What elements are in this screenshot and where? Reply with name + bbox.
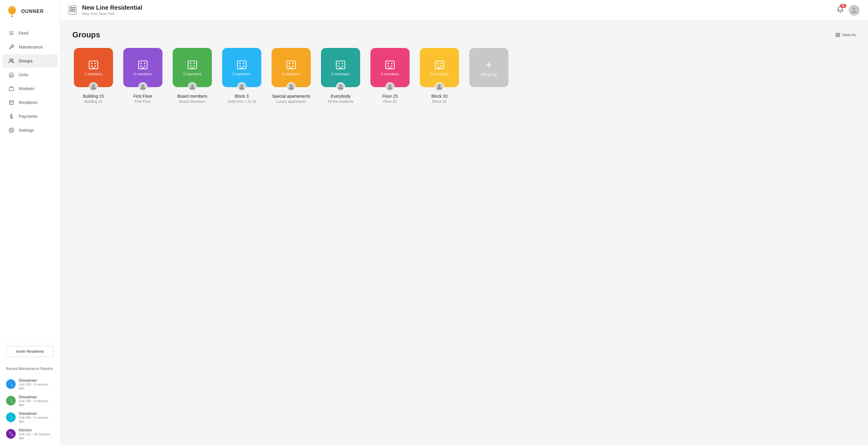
invite-residents-button[interactable]: Invite Residents: [6, 346, 54, 357]
add-group-plus-icon: +: [486, 59, 492, 70]
svg-rect-59: [338, 66, 340, 67]
groups-icon: [8, 58, 14, 64]
notification-button[interactable]: 66: [837, 6, 844, 15]
user-avatar[interactable]: [849, 5, 860, 16]
maintenance-avatar-1: 🔧: [6, 396, 16, 406]
svg-rect-71: [437, 63, 438, 64]
group-card-block33[interactable]: 0 members Block 33 Block 33: [418, 48, 461, 104]
svg-rect-64: [388, 63, 389, 64]
maintenance-avatar-3: 🔧: [6, 429, 16, 439]
group-card-specialapartments[interactable]: 0 members Special apartaments Luxury apa…: [270, 48, 312, 104]
group-members-6: 0 members: [381, 72, 399, 76]
group-avatar-2: [188, 82, 197, 91]
svg-rect-74: [441, 66, 442, 67]
svg-rect-57: [338, 63, 340, 64]
maintenance-sub-2: Unit 209 - 9 minutes ago: [19, 416, 54, 423]
sidebar-item-workers-label: Workers: [19, 86, 34, 91]
recent-maintenance-title: Recent Maintenance Reports: [0, 362, 60, 376]
svg-point-76: [438, 85, 440, 87]
svg-rect-22: [91, 63, 93, 64]
group-desc-0: Building 15: [84, 99, 102, 104]
svg-point-12: [11, 130, 12, 131]
maintenance-sub-3: Unit 101 - 40 minutes ago: [19, 432, 54, 440]
header: New Line Residential New York, New York …: [60, 0, 868, 21]
building-icon: [434, 59, 445, 70]
wrench-icon: [8, 44, 14, 50]
group-card-building15[interactable]: 1 members Building 15 Building 15: [72, 48, 115, 104]
building-icon: [384, 59, 396, 70]
maintenance-item-2[interactable]: 🔧 Diswahser Unit 209 - 9 minutes ago: [3, 409, 57, 425]
maintenance-item-1[interactable]: 🔧 Diswahser Unit 209 - 9 minutes ago: [3, 392, 57, 409]
view-as-button[interactable]: View As: [835, 33, 856, 37]
group-card-boardmembers[interactable]: 0 members Board members Board Members: [171, 48, 213, 104]
svg-rect-47: [241, 67, 243, 69]
sidebar-item-payments[interactable]: Payments: [2, 110, 58, 123]
settings-icon: [8, 127, 14, 133]
group-name-1: First Floor: [133, 94, 153, 98]
group-members-4: 0 members: [282, 72, 300, 76]
maintenance-sub-1: Unit 209 - 9 minutes ago: [19, 399, 54, 407]
logo-text: OUNNER: [21, 9, 44, 14]
sidebar-item-settings[interactable]: Settings: [2, 124, 58, 137]
svg-rect-17: [836, 33, 838, 35]
group-card-block3[interactable]: 0 members Block 3 Units from 1 to 18: [221, 48, 263, 104]
group-card-add[interactable]: + Add group: [468, 48, 510, 104]
group-desc-1: First Floor: [135, 99, 151, 104]
maintenance-title-1: Diswahser: [19, 395, 54, 399]
group-members-3: 0 members: [233, 72, 251, 76]
maintenance-info-2: Diswahser Unit 209 - 9 minutes ago: [19, 411, 54, 423]
svg-rect-61: [339, 67, 341, 69]
header-subtitle: New York, New York: [82, 12, 142, 16]
group-card-firstfloor[interactable]: 0 members First Floor First Floor: [122, 48, 164, 104]
sidebar-item-residents-label: Residents: [19, 100, 37, 105]
svg-rect-20: [838, 35, 840, 37]
group-avatar-6: [385, 82, 395, 91]
sidebar-logo: OUNNER: [0, 0, 60, 23]
group-avatar-1: [138, 82, 147, 91]
sidebar-item-payments-label: Payments: [19, 114, 37, 119]
sidebar-item-maintenance[interactable]: Maintenance: [2, 40, 58, 54]
maintenance-item-3[interactable]: 🔧 Kitchen Unit 101 - 40 minutes ago: [3, 425, 57, 442]
svg-rect-65: [391, 63, 393, 64]
group-members-2: 0 members: [183, 72, 201, 76]
maintenance-title-2: Diswahser: [19, 411, 54, 416]
svg-rect-50: [289, 63, 290, 64]
payments-icon: [8, 113, 14, 119]
group-card-floor25[interactable]: 0 members Floor 25 Floor 25: [369, 48, 411, 104]
feed-icon: [8, 30, 14, 36]
group-name-7: Block 33: [431, 94, 447, 98]
svg-rect-44: [243, 63, 244, 64]
sidebar-item-maintenance-label: Maintenance: [19, 44, 43, 50]
svg-marker-1: [11, 14, 13, 17]
group-members-5: 0 members: [332, 72, 350, 76]
hamburger-button[interactable]: [69, 5, 76, 15]
svg-rect-19: [836, 35, 838, 37]
group-members-1: 0 members: [134, 72, 152, 76]
sidebar-item-settings-label: Settings: [19, 128, 34, 132]
svg-rect-33: [142, 67, 144, 69]
group-avatar-4: [287, 82, 296, 91]
sidebar-item-feed[interactable]: Feed: [2, 27, 58, 40]
svg-rect-40: [191, 67, 193, 69]
group-members-7: 0 members: [430, 72, 448, 76]
header-left: New Line Residential New York, New York: [69, 4, 142, 16]
svg-rect-75: [438, 67, 440, 69]
logo-balloon-icon: [6, 5, 18, 18]
group-desc-4: Luxury apartments: [276, 99, 306, 104]
maintenance-item-0[interactable]: 🔧 Diswahser Unit 209 - 9 minutes ago: [3, 376, 57, 392]
group-members-0: 1 members: [84, 72, 102, 76]
maintenance-title-0: Diswahser: [19, 378, 54, 383]
group-card-everybody[interactable]: 0 members Everybody All the residents: [319, 48, 362, 104]
residents-icon: [8, 99, 14, 106]
sidebar-item-units[interactable]: Units: [2, 68, 58, 81]
building-icon: [187, 59, 198, 70]
sidebar-item-residents[interactable]: Residents: [2, 96, 58, 109]
group-desc-7: Block 33: [433, 99, 446, 104]
group-desc-3: Units from 1 to 18: [227, 99, 256, 104]
svg-point-41: [191, 85, 193, 87]
svg-rect-37: [193, 63, 195, 64]
svg-rect-25: [95, 66, 96, 67]
svg-rect-26: [92, 67, 94, 69]
sidebar-item-workers[interactable]: Workers: [2, 82, 58, 95]
sidebar-item-groups[interactable]: Groups: [2, 54, 58, 67]
